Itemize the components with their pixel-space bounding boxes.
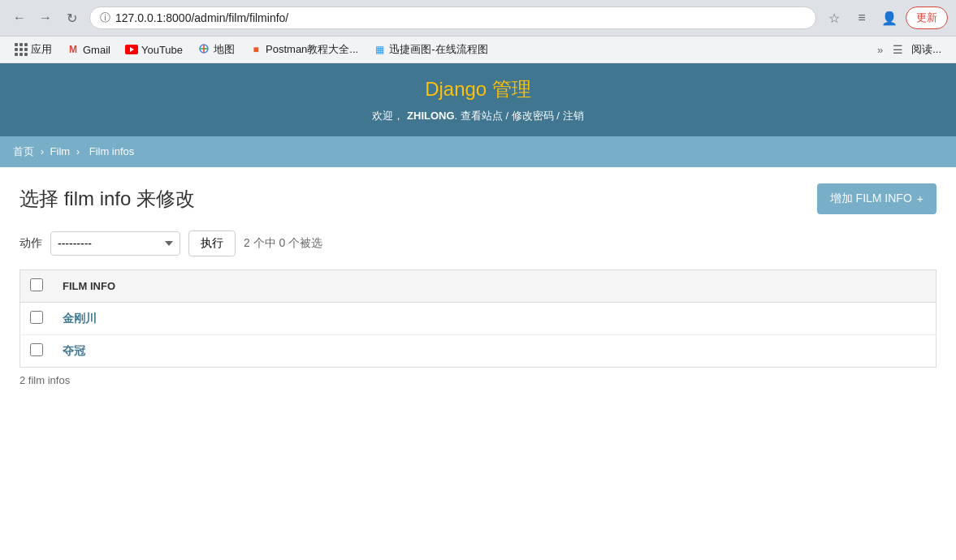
bookmark-xunjie-label: 迅捷画图-在线流程图 <box>389 42 487 57</box>
row2-name-cell: 夺冠 <box>53 335 937 368</box>
row1-film-link[interactable]: 金刚川 <box>63 312 97 325</box>
table-footer: 2 film infos <box>19 374 937 386</box>
bookmark-postman-label: Postman教程大全... <box>266 42 358 57</box>
maps-icon <box>197 43 210 56</box>
breadcrumb-bar: 首页 › Film › Film infos <box>0 136 956 167</box>
view-site-link[interactable]: 查看站点 <box>461 110 503 122</box>
breadcrumb-separator-2: › <box>76 145 83 157</box>
table-row: 夺冠 <box>20 335 937 368</box>
row2-film-link[interactable]: 夺冠 <box>63 344 85 357</box>
django-welcome: 欢迎， ZHILONG. 查看站点 / 修改密码 / 注销 <box>13 109 943 123</box>
nav-buttons: ← → ↻ <box>8 6 83 29</box>
reading-mode-button[interactable]: 阅读... <box>905 40 948 59</box>
postman-icon: ■ <box>249 43 262 56</box>
main-content: 选择 film info 来修改 增加 FILM INFO + 动作 -----… <box>0 167 956 403</box>
change-password-link[interactable]: 修改密码 <box>512 110 554 122</box>
bookmark-xunjie[interactable]: ▦ 迅捷画图-在线流程图 <box>366 40 494 59</box>
back-button[interactable]: ← <box>8 6 31 29</box>
table-row: 金刚川 <box>20 303 937 335</box>
django-header: Django 管理 欢迎， ZHILONG. 查看站点 / 修改密码 / 注销 <box>0 63 956 136</box>
apps-icon <box>15 43 28 56</box>
actions-select[interactable]: --------- <box>50 231 180 256</box>
bookmark-apps[interactable]: 应用 <box>8 40 58 59</box>
actions-label: 动作 <box>19 236 42 251</box>
browser-actions: ☆ ≡ 👤 更新 <box>823 6 948 29</box>
bookmark-youtube-label: YouTube <box>141 44 183 56</box>
update-button[interactable]: 更新 <box>906 6 948 29</box>
row2-checkbox-cell <box>20 335 54 368</box>
table-header-row: FILM INFO <box>20 270 937 303</box>
reload-button[interactable]: ↻ <box>60 6 83 29</box>
breadcrumb-home[interactable]: 首页 <box>13 145 34 157</box>
row2-checkbox[interactable] <box>30 343 43 356</box>
browser-chrome: ← → ↻ ⓘ 127.0.0.1:8000/admin/film/filmin… <box>0 0 956 37</box>
actions-bar: 动作 --------- 执行 2 个中 0 个被选 <box>19 230 937 256</box>
bookmark-youtube[interactable]: YouTube <box>119 41 189 58</box>
bookmark-maps[interactable]: 地图 <box>191 40 241 59</box>
row1-checkbox[interactable] <box>30 311 43 324</box>
row1-checkbox-cell <box>20 303 54 335</box>
url-text: 127.0.0.1:8000/admin/film/filminfo/ <box>115 11 806 24</box>
tab-menu-icon[interactable]: ≡ <box>850 6 873 29</box>
bookmarks-bar: 应用 M Gmail YouTube 地图 ■ Postman教程大全... ▦… <box>0 37 956 63</box>
selection-info: 2 个中 0 个被选 <box>244 236 322 251</box>
bookmark-gmail-label: Gmail <box>83 44 110 56</box>
column-film-info: FILM INFO <box>53 270 937 303</box>
bookmark-postman[interactable]: ■ Postman教程大全... <box>243 40 365 59</box>
reading-mode-icon: ☰ <box>893 43 903 56</box>
film-info-table: FILM INFO 金刚川 夺冠 <box>19 269 937 368</box>
add-icon: + <box>917 192 924 205</box>
table-body: 金刚川 夺冠 <box>20 303 937 368</box>
address-bar[interactable]: ⓘ 127.0.0.1:8000/admin/film/filminfo/ <box>89 6 816 29</box>
username: ZHILONG <box>407 110 455 122</box>
row1-name-cell: 金刚川 <box>53 303 937 335</box>
logout-link[interactable]: 注销 <box>563 110 584 122</box>
bookmark-maps-label: 地图 <box>214 42 235 57</box>
youtube-icon <box>125 43 138 56</box>
execute-button[interactable]: 执行 <box>188 230 236 256</box>
content-header: 选择 film info 来修改 增加 FILM INFO + <box>19 183 937 214</box>
welcome-prefix: 欢迎， <box>372 110 404 122</box>
xunjie-icon: ▦ <box>373 43 386 56</box>
more-bookmarks-button[interactable]: » <box>872 41 888 58</box>
table-header: FILM INFO <box>20 270 937 303</box>
bookmark-gmail[interactable]: M Gmail <box>60 41 117 58</box>
bookmark-apps-label: 应用 <box>31 42 52 57</box>
page-title: 选择 film info 来修改 <box>19 186 195 212</box>
bookmark-icon[interactable]: ☆ <box>823 6 846 29</box>
add-filminfo-button[interactable]: 增加 FILM INFO + <box>817 183 937 214</box>
lock-icon: ⓘ <box>100 11 110 25</box>
django-title: Django 管理 <box>13 76 943 102</box>
header-checkbox-cell <box>20 270 54 303</box>
gmail-icon: M <box>67 43 80 56</box>
breadcrumb-separator-1: › <box>41 145 47 157</box>
select-all-checkbox[interactable] <box>30 278 43 291</box>
breadcrumb-current: Film infos <box>89 145 135 157</box>
profile-icon[interactable]: 👤 <box>878 6 901 29</box>
breadcrumb-film[interactable]: Film <box>50 145 71 157</box>
add-filminfo-label: 增加 FILM INFO <box>830 192 912 206</box>
count-text: 2 film infos <box>19 374 70 386</box>
forward-button[interactable]: → <box>34 6 57 29</box>
